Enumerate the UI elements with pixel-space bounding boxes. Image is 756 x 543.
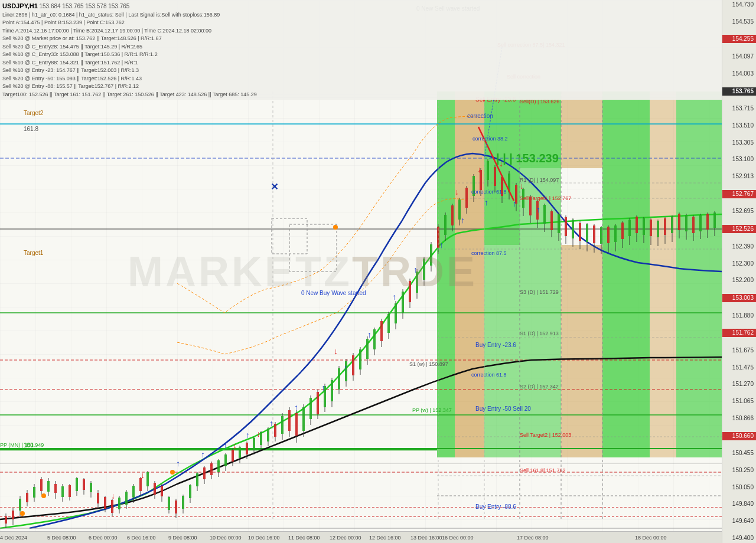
svg-rect-221 <box>657 221 659 237</box>
svg-text:0 New Buy Wave started: 0 New Buy Wave started <box>301 290 366 296</box>
svg-rect-189 <box>543 205 546 224</box>
svg-text:↓: ↓ <box>477 165 481 174</box>
svg-text:S1 (w) | 150.897: S1 (w) | 150.897 <box>409 361 448 367</box>
svg-rect-45 <box>33 487 35 498</box>
time-label-14: 18 Dec 00:00 <box>635 535 667 541</box>
svg-text:100: 100 <box>24 442 34 449</box>
svg-rect-81 <box>161 486 163 496</box>
svg-rect-39 <box>12 511 14 519</box>
price-label-154003: 154.003 <box>722 70 756 77</box>
time-label-8: 11 Dec 08:00 <box>288 535 320 541</box>
svg-text:correction 87.5: correction 87.5 <box>471 250 507 256</box>
svg-text:↑: ↑ <box>536 205 540 214</box>
svg-rect-9 <box>561 245 602 457</box>
svg-rect-121 <box>302 407 305 431</box>
price-label-bottom: 149.400 <box>722 535 756 542</box>
svg-rect-37 <box>5 516 7 524</box>
svg-rect-111 <box>267 428 269 441</box>
svg-rect-131 <box>338 368 340 390</box>
svg-rect-191 <box>550 211 553 230</box>
svg-text:↑: ↑ <box>367 330 372 339</box>
svg-text:↑: ↑ <box>294 403 298 412</box>
svg-text:↑: ↑ <box>439 240 444 250</box>
svg-text:↑: ↑ <box>201 450 205 459</box>
price-label-153100: 153.100 <box>722 156 756 163</box>
svg-rect-12 <box>676 91 722 457</box>
svg-point-268 <box>333 225 338 230</box>
price-label-151270: 151.270 <box>722 381 756 388</box>
svg-rect-85 <box>175 501 177 513</box>
svg-text:↓: ↓ <box>233 441 237 450</box>
svg-rect-125 <box>317 392 319 414</box>
svg-text:✕: ✕ <box>271 182 278 192</box>
svg-rect-173 <box>487 161 489 180</box>
svg-rect-11 <box>650 91 676 457</box>
svg-rect-65 <box>104 497 106 509</box>
time-label-6: 10 Dec 00:00 <box>210 535 242 541</box>
header-sell6: Sell %20 @ Entry -50: 155.093 || Target:… <box>2 75 719 83</box>
svg-text:↓: ↓ <box>209 459 213 468</box>
svg-rect-67 <box>111 500 113 513</box>
svg-rect-209 <box>614 225 617 242</box>
chart-prices: 153.684 153.765 153.578 153.765 <box>39 3 129 9</box>
price-label-152390: 152.390 <box>722 243 756 250</box>
svg-text:Target2: Target2 <box>24 110 44 116</box>
svg-text:R1 (D) | 154.097: R1 (D) | 154.097 <box>520 177 559 183</box>
svg-rect-135 <box>352 355 354 375</box>
svg-text:PP (MN) | 151.949: PP (MN) | 151.949 <box>0 442 44 448</box>
price-label-154300: 154.255 <box>722 35 756 43</box>
svg-text:↑: ↑ <box>344 363 348 372</box>
svg-text:Sell Target2 | 152.003: Sell Target2 | 152.003 <box>520 432 571 438</box>
svg-text:Sell Target1 | 152.767: Sell Target1 | 152.767 <box>520 195 571 201</box>
price-label-150660: 150.660 <box>722 432 756 440</box>
svg-text:↑: ↑ <box>246 430 250 440</box>
time-label-11: 13 Dec 16:00 <box>410 535 442 541</box>
svg-rect-117 <box>288 410 291 431</box>
svg-text:| | | 153.239: | | | 153.239 <box>496 152 559 165</box>
svg-rect-237 <box>713 212 716 228</box>
svg-rect-61 <box>90 483 92 492</box>
svg-rect-57 <box>76 478 78 491</box>
svg-rect-123 <box>309 398 312 419</box>
svg-rect-227 <box>678 214 680 230</box>
time-label-3: 6 Dec 00:00 <box>89 535 118 541</box>
svg-text:Sell 161.8| 151.762: Sell 161.8| 151.762 <box>520 467 565 473</box>
time-label-1: 4 Dec 2024 <box>0 535 27 541</box>
svg-text:↓: ↓ <box>455 187 459 197</box>
price-label-151475: 151.475 <box>722 364 756 371</box>
svg-point-266 <box>41 493 46 498</box>
svg-rect-73 <box>132 486 135 498</box>
svg-text:↑: ↑ <box>513 199 517 208</box>
time-label-10: 12 Dec 16:00 <box>369 535 401 541</box>
svg-point-265 <box>20 511 25 516</box>
svg-rect-161 <box>444 215 447 235</box>
svg-rect-87 <box>182 496 184 509</box>
svg-text:↑: ↑ <box>176 459 180 468</box>
price-label-152300: 152.300 <box>722 260 756 267</box>
svg-rect-113 <box>274 424 276 437</box>
svg-rect-47 <box>40 479 43 491</box>
price-label-153510: 153.510 <box>722 122 756 129</box>
svg-rect-233 <box>699 215 702 231</box>
price-label-151880: 151.880 <box>722 312 756 319</box>
svg-rect-3 <box>455 91 484 457</box>
svg-rect-149 <box>402 292 404 313</box>
svg-rect-53 <box>61 486 64 497</box>
time-label-4: 6 Dec 16:00 <box>127 535 156 541</box>
svg-rect-97 <box>217 460 220 472</box>
svg-text:S3 (D) | 151.729: S3 (D) | 151.729 <box>520 289 559 295</box>
header-subtitle: Liner:2896 | h1_atr_c0: 0.1684 | h1_atc_… <box>2 11 719 19</box>
svg-rect-235 <box>706 214 709 230</box>
price-label-154097: 154.097 <box>722 53 756 60</box>
svg-rect-207 <box>607 227 610 243</box>
svg-rect-10 <box>602 91 650 457</box>
svg-text:↑: ↑ <box>392 292 396 302</box>
header-time: Time A:2014.12.16 17:00:00 | Time B:2024… <box>2 27 719 35</box>
svg-text:↓: ↓ <box>256 429 260 439</box>
price-label-151675: 151.675 <box>722 347 756 354</box>
svg-text:correction: correction <box>467 113 493 119</box>
svg-rect-155 <box>423 259 425 280</box>
svg-rect-225 <box>671 217 673 233</box>
svg-text:↑: ↑ <box>461 215 465 225</box>
svg-rect-193 <box>558 214 560 233</box>
